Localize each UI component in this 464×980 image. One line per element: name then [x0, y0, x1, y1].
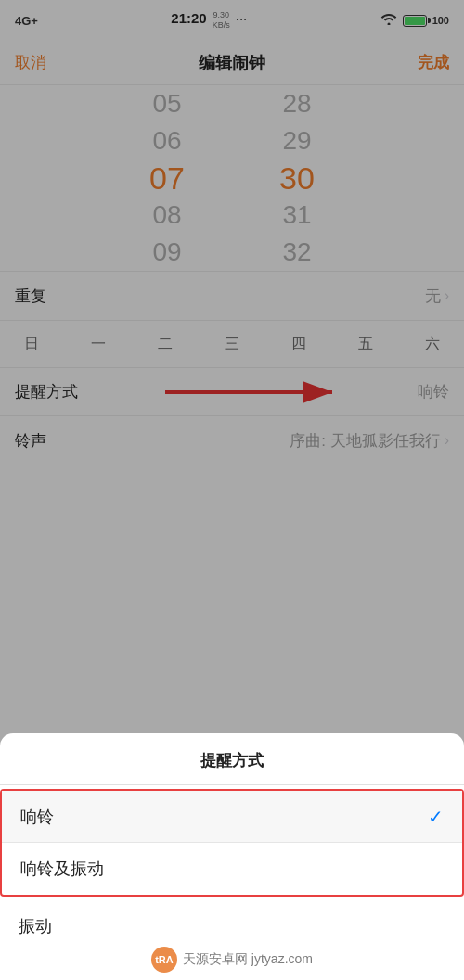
- option-ring-label: 响铃: [20, 806, 54, 828]
- option-vibrate[interactable]: 振动: [0, 900, 464, 952]
- check-icon: ✓: [428, 806, 444, 828]
- option-vibrate-label: 振动: [19, 915, 52, 937]
- modal-title: 提醒方式: [0, 733, 464, 785]
- selected-options-box: 响铃 ✓ 响铃及振动: [0, 789, 464, 897]
- watermark-logo: tRA: [151, 947, 177, 973]
- watermark-logo-text: tRA: [155, 954, 174, 965]
- watermark-site: 天源安卓网 jytyaz.com: [183, 951, 313, 968]
- option-ring-vibrate[interactable]: 响铃及振动: [2, 843, 462, 895]
- modal-sheet: 提醒方式 响铃 ✓ 响铃及振动 振动: [0, 733, 464, 980]
- option-ring[interactable]: 响铃 ✓: [2, 791, 462, 843]
- watermark: tRA 天源安卓网 jytyaz.com: [0, 947, 464, 973]
- option-ring-vibrate-label: 响铃及振动: [20, 858, 104, 880]
- modal-backdrop: 提醒方式 响铃 ✓ 响铃及振动 振动: [0, 0, 464, 980]
